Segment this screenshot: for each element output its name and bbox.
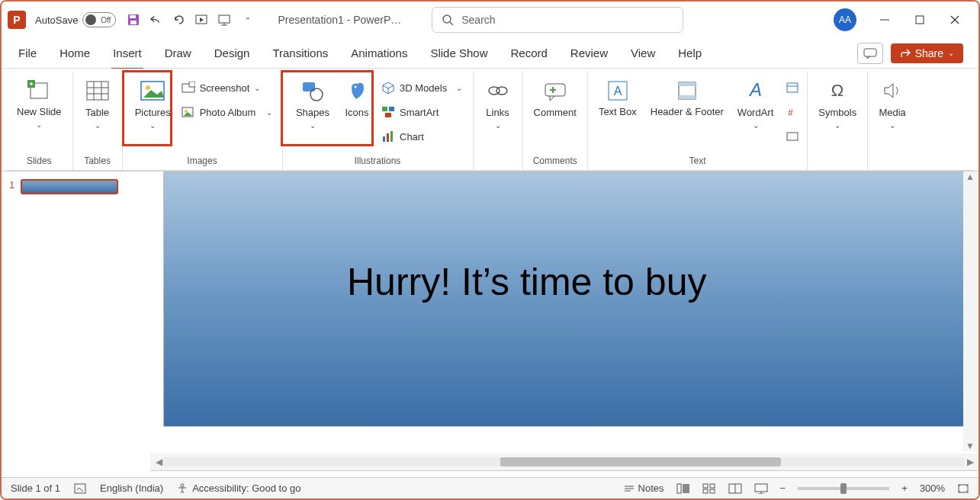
slide-thumbnail-1[interactable] (21, 179, 118, 194)
window-title: Presentation1 - PowerP… (278, 14, 401, 26)
tab-view[interactable]: View (629, 43, 657, 62)
slide-number-button[interactable]: # (782, 101, 802, 123)
tab-home[interactable]: Home (58, 43, 92, 62)
group-label-illustrations: Illustrations (355, 152, 401, 171)
object-button[interactable] (782, 125, 802, 148)
3d-models-button[interactable]: 3D Models ⌄ (378, 76, 465, 99)
comment-button[interactable]: Comment (528, 75, 583, 121)
icons-button[interactable]: Icons (337, 75, 377, 121)
scroll-right-icon[interactable]: ▶ (965, 457, 975, 467)
search-icon (442, 14, 454, 26)
comments-pane-button[interactable] (857, 43, 883, 64)
tab-file[interactable]: File (17, 43, 38, 62)
tab-animations[interactable]: Animations (349, 43, 409, 62)
symbols-button[interactable]: Ω Symbols ⌄ (812, 75, 863, 133)
chevron-down-icon: ⌄ (948, 49, 954, 57)
icons-icon (343, 78, 371, 104)
vertical-scrollbar[interactable]: ▲ ▼ (963, 171, 977, 451)
svg-rect-34 (385, 113, 391, 117)
svg-rect-10 (916, 16, 924, 24)
header-footer-button[interactable]: Header & Footer (644, 75, 730, 120)
normal-view-icon[interactable] (676, 483, 690, 494)
toggle-switch[interactable]: Off (82, 12, 116, 27)
pictures-button[interactable]: Pictures ⌄ (129, 75, 177, 133)
zoom-slider[interactable] (798, 487, 889, 490)
wordart-button[interactable]: A WordArt ⌄ (731, 75, 779, 133)
screenshot-button[interactable]: Screenshot ⌄ (178, 76, 276, 99)
close-button[interactable] (948, 13, 962, 27)
scroll-down-icon[interactable]: ▼ (965, 441, 975, 451)
maximize-button[interactable] (913, 13, 927, 27)
slide-title-text[interactable]: Hurry! It’s time to buy (347, 260, 706, 304)
tab-transitions[interactable]: Transitions (271, 43, 329, 62)
fit-to-window-icon[interactable] (957, 483, 969, 494)
tab-review[interactable]: Review (569, 43, 609, 62)
group-label-text: Text (689, 152, 706, 171)
new-slide-button[interactable]: New Slide ⌄ (11, 75, 68, 132)
table-button[interactable]: Table ⌄ (78, 75, 117, 133)
tab-slideshow[interactable]: Slide Show (429, 43, 489, 62)
group-media: Media ⌄ (868, 72, 917, 171)
tab-record[interactable]: Record (509, 43, 548, 62)
chevron-down-icon: ⌄ (149, 121, 156, 130)
horizontal-scrollbar[interactable]: ◀ ▶ (150, 454, 978, 470)
slideshow-view-icon[interactable] (754, 483, 768, 494)
svg-rect-33 (389, 107, 394, 111)
user-avatar[interactable]: AA (834, 8, 856, 31)
accessibility-status[interactable]: Accessibility: Good to go (177, 482, 300, 494)
svg-rect-67 (755, 484, 767, 492)
svg-text:#: # (788, 107, 793, 118)
notes-toggle[interactable]: Notes (623, 482, 664, 494)
smartart-button[interactable]: SmartArt (378, 101, 465, 123)
zoom-out-button[interactable]: − (780, 482, 786, 494)
qat-more-icon[interactable]: ⁼ (241, 13, 255, 27)
slide-sorter-view-icon[interactable] (702, 483, 716, 494)
photo-album-button[interactable]: Photo Album ⌄ (178, 101, 276, 123)
search-box[interactable]: Search (432, 7, 683, 33)
reading-view-icon[interactable] (728, 483, 742, 494)
svg-line-8 (450, 22, 453, 25)
svg-point-30 (310, 88, 323, 101)
from-beginning-icon[interactable] (195, 13, 209, 27)
zoom-in-button[interactable]: + (901, 482, 908, 494)
svg-rect-62 (710, 484, 715, 488)
svg-text:A: A (748, 79, 762, 100)
chart-button[interactable]: Chart (378, 125, 465, 148)
omega-icon: Ω (824, 78, 851, 104)
text-box-button[interactable]: A Text Box (593, 75, 643, 120)
svg-rect-35 (383, 136, 385, 142)
slide-thumbnail-panel: 1 (2, 171, 150, 454)
svg-rect-2 (130, 21, 137, 24)
scroll-up-icon[interactable]: ▲ (965, 171, 975, 182)
tab-help[interactable]: Help (676, 43, 703, 62)
scroll-thumb[interactable] (500, 457, 781, 466)
app-icon: P (8, 11, 26, 29)
slide-canvas[interactable]: Hurry! It’s time to buy (164, 172, 965, 426)
slide-editor[interactable]: Hurry! It’s time to buy (150, 171, 978, 454)
present-icon[interactable] (218, 13, 232, 27)
search-placeholder: Search (461, 14, 495, 26)
svg-rect-64 (710, 489, 715, 493)
svg-rect-4 (219, 15, 230, 23)
share-button[interactable]: Share ⌄ (891, 43, 963, 63)
chevron-down-icon: ⌄ (753, 121, 759, 130)
minimize-button[interactable] (878, 13, 892, 27)
language-status[interactable]: English (India) (100, 482, 163, 494)
redo-icon[interactable] (172, 13, 186, 27)
shapes-button[interactable]: Shapes ⌄ (290, 75, 336, 133)
media-button[interactable]: Media ⌄ (872, 75, 912, 133)
links-button[interactable]: Links ⌄ (478, 75, 518, 133)
zoom-level[interactable]: 300% (920, 482, 945, 494)
tab-design[interactable]: Design (213, 43, 252, 62)
undo-icon[interactable] (149, 13, 163, 27)
scroll-left-icon[interactable]: ◀ (153, 457, 164, 467)
autosave-toggle[interactable]: AutoSave Off (35, 12, 116, 27)
group-text: A Text Box Header & Footer A WordArt ⌄ #… (588, 72, 808, 171)
tab-draw[interactable]: Draw (163, 43, 193, 62)
save-icon[interactable] (127, 13, 140, 27)
spellcheck-icon[interactable] (74, 483, 86, 494)
tab-insert[interactable]: Insert (111, 43, 143, 62)
date-time-button[interactable] (782, 76, 802, 99)
svg-rect-1 (130, 15, 136, 18)
group-label-images: Images (187, 152, 217, 171)
